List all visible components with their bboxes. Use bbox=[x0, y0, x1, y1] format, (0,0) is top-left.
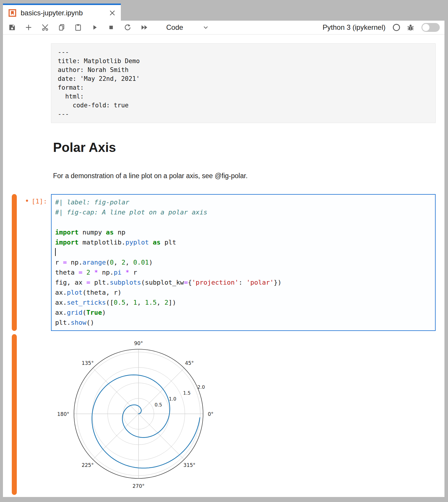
theta-tick-label: 0° bbox=[208, 411, 213, 417]
jupyterlab-window: basics-jupyter.ipynb Code Python 3 (ipyk… bbox=[3, 4, 444, 497]
code-line: import matplotlib.pyplot as plt bbox=[55, 237, 431, 247]
code-line: import numpy as np bbox=[55, 227, 431, 237]
toggle-knob bbox=[422, 24, 429, 31]
code-line: ax.plot(theta, r) bbox=[55, 288, 431, 298]
yaml-line: title: Matplotlib Demo bbox=[58, 57, 429, 65]
paste-cells-icon[interactable] bbox=[74, 23, 83, 32]
code-line: #| label: fig-polar bbox=[55, 197, 431, 207]
tab-basics-jupyter[interactable]: basics-jupyter.ipynb bbox=[3, 4, 121, 21]
copy-cells-icon[interactable] bbox=[57, 23, 66, 32]
code-line: r = np.arange(0, 2, 0.01) bbox=[55, 257, 431, 268]
r-tick-label: 2.0 bbox=[197, 384, 205, 390]
notebook-icon bbox=[8, 9, 17, 17]
kernel-status-circle-icon[interactable] bbox=[392, 23, 401, 32]
theta-tick-label: 315° bbox=[183, 462, 195, 468]
toolbar-buttons bbox=[8, 23, 156, 32]
cut-cells-icon[interactable] bbox=[41, 23, 50, 32]
restart-run-all-icon[interactable] bbox=[140, 23, 149, 32]
execution-count: [1]: bbox=[32, 198, 47, 205]
close-icon[interactable] bbox=[108, 9, 117, 17]
save-icon[interactable] bbox=[8, 23, 17, 32]
code-line bbox=[55, 247, 431, 257]
yaml-line: html: bbox=[58, 92, 429, 101]
output-collapser-bar[interactable] bbox=[12, 334, 17, 495]
raw-yaml-cell[interactable]: ---title: Matplotlib Demoauthor: Norah S… bbox=[51, 43, 436, 123]
yaml-line: format: bbox=[58, 83, 429, 92]
code-line: #| fig-cap: A line plot on a polar axis bbox=[55, 207, 431, 217]
r-tick-label: 0.5 bbox=[154, 402, 162, 408]
markdown-paragraph: For a demonstration of a line plot on a … bbox=[53, 172, 248, 180]
text-cursor bbox=[55, 248, 56, 256]
chevron-down-icon bbox=[202, 24, 210, 31]
input-collapser-bar[interactable] bbox=[12, 194, 17, 331]
r-tick-label: 1.0 bbox=[169, 396, 176, 402]
code-line: theta = 2 * np.pi * r bbox=[55, 268, 431, 278]
theta-tick-label: 225° bbox=[82, 462, 94, 468]
restart-kernel-icon[interactable] bbox=[123, 23, 132, 32]
notebook-toolbar: Code Python 3 (ipykernel) bbox=[3, 21, 444, 35]
code-editor[interactable]: #| label: fig-polar#| fig-cap: A line pl… bbox=[51, 194, 436, 331]
code-line: ax.set_rticks([0.5, 1, 1.5, 2]) bbox=[55, 298, 431, 308]
cell-type-dropdown[interactable]: Code bbox=[166, 23, 210, 32]
yaml-line: author: Norah Smith bbox=[58, 65, 429, 74]
notebook-content: ---title: Matplotlib Demoauthor: Norah S… bbox=[3, 35, 444, 497]
code-line: fig, ax = plt.subplots(subplot_kw={'proj… bbox=[55, 278, 431, 288]
toolbar-right: Python 3 (ipykernel) bbox=[323, 23, 440, 32]
dirty-dot: • bbox=[25, 197, 29, 205]
run-cell-icon[interactable] bbox=[90, 23, 99, 32]
yaml-line: code-fold: true bbox=[58, 101, 429, 110]
polar-plot-output: 0°45°90°135°180°225°270°315°0.51.01.52.0 bbox=[53, 336, 218, 492]
yaml-line: date: 'May 22nd, 2021' bbox=[58, 74, 429, 83]
theta-tick-label: 90° bbox=[134, 340, 143, 346]
markdown-heading: Polar Axis bbox=[53, 140, 116, 155]
code-line: plt.show() bbox=[55, 318, 431, 328]
cell-type-value: Code bbox=[166, 23, 183, 32]
bug-icon[interactable] bbox=[406, 23, 415, 32]
code-line: ax.grid(True) bbox=[55, 308, 431, 318]
theta-tick-label: 45° bbox=[185, 360, 194, 366]
insert-cell-below-icon[interactable] bbox=[24, 23, 33, 32]
simple-mode-toggle[interactable] bbox=[421, 23, 440, 32]
interrupt-kernel-icon[interactable] bbox=[107, 23, 116, 32]
tab-title: basics-jupyter.ipynb bbox=[21, 9, 108, 17]
code-line bbox=[55, 217, 431, 227]
theta-tick-label: 270° bbox=[133, 483, 145, 489]
r-tick-label: 1.5 bbox=[183, 390, 190, 396]
execution-prompt: •[1]: bbox=[15, 197, 47, 205]
theta-tick-label: 180° bbox=[57, 411, 69, 417]
tab-bar: basics-jupyter.ipynb bbox=[3, 4, 444, 21]
theta-tick-label: 135° bbox=[82, 360, 94, 366]
yaml-line: --- bbox=[58, 110, 429, 119]
kernel-name: Python 3 (ipykernel) bbox=[323, 23, 386, 32]
yaml-line: --- bbox=[58, 48, 429, 57]
